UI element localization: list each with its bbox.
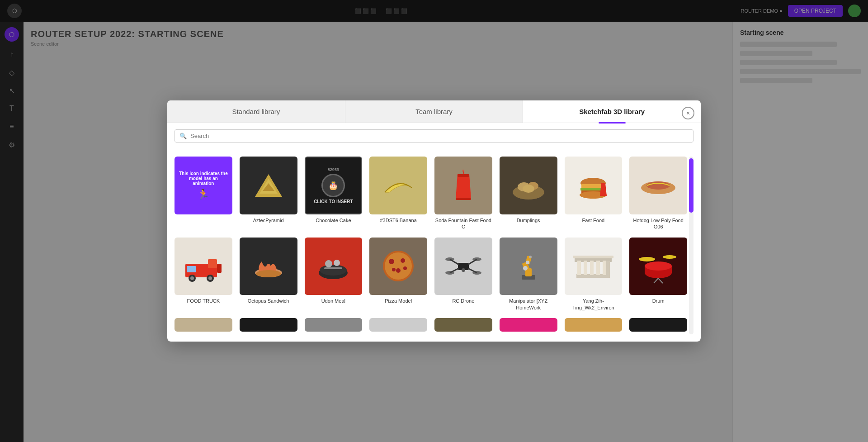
svg-point-30 (325, 260, 332, 267)
modal-grid: This icon indicates the model has an ani… (175, 157, 687, 334)
modal-grid-container[interactable]: This icon indicates the model has an ani… (167, 149, 701, 342)
modal-overlay: × Standard library Team library Sketchfa… (0, 0, 868, 442)
svg-point-27 (256, 270, 281, 277)
tab-standard-library[interactable]: Standard library (167, 100, 345, 123)
svg-point-36 (401, 258, 405, 263)
grid-item-aztec-pyramid[interactable]: AztecPyramid (240, 157, 297, 230)
scrollbar-track[interactable] (689, 157, 693, 334)
svg-line-72 (654, 278, 658, 283)
partial-thumb-8 (629, 318, 687, 332)
manipulator-svg (510, 248, 547, 284)
soda-fountain-thumb (434, 157, 492, 214)
partial-thumb-1 (175, 318, 232, 332)
grid-item-food-truck[interactable]: FOOD TRUCK (175, 238, 232, 311)
svg-point-45 (445, 257, 454, 261)
grid-item-drum[interactable]: Drum (629, 238, 687, 311)
banana-svg (380, 174, 416, 197)
grid-item-partial-8[interactable] (629, 318, 687, 334)
svg-rect-19 (208, 259, 217, 268)
svg-point-71 (663, 255, 676, 259)
svg-point-34 (385, 252, 412, 280)
grid-item-octopus-sandwich[interactable]: Octopus Sandwich (240, 238, 297, 311)
svg-point-46 (472, 257, 481, 261)
svg-point-69 (645, 261, 672, 271)
udon-meal-thumb (305, 238, 363, 295)
search-input-wrap: 🔍 (175, 129, 693, 143)
dumplings-svg (510, 170, 547, 201)
banana-thumb (369, 157, 427, 214)
octopus-sandwich-thumb (240, 238, 297, 295)
drum-svg (638, 248, 679, 284)
grid-item-partial-6[interactable] (500, 318, 557, 334)
hotdog-svg (638, 172, 679, 199)
svg-point-17 (646, 181, 670, 190)
rc-drone-label: RC Drone (452, 298, 474, 304)
hotdog-label: Hotdog Low Poly Food G06 (629, 217, 687, 230)
drum-label: Drum (652, 298, 665, 304)
partial-thumb-5 (434, 318, 492, 332)
svg-point-70 (639, 257, 655, 261)
grid-item-partial-3[interactable] (305, 318, 363, 334)
cake-circle: 🎂 (321, 174, 345, 197)
search-input[interactable] (190, 133, 689, 139)
svg-point-10 (523, 185, 534, 193)
svg-rect-61 (577, 261, 581, 275)
pizza-thumb (369, 238, 427, 295)
aztec-pyramid-thumb (240, 157, 297, 214)
yang-zih-label: Yang Zih-Ting_Wk2_Environ (565, 298, 623, 311)
grid-item-rc-drone[interactable]: RC Drone (434, 238, 492, 311)
grid-item-partial-7[interactable] (565, 318, 623, 334)
grid-item-yang-zih[interactable]: Yang Zih-Ting_Wk2_Environ (565, 238, 623, 311)
grid-item-soda-fountain[interactable]: Soda Fountain Fast Food C (434, 157, 492, 230)
scrollbar-thumb[interactable] (689, 158, 693, 213)
grid-item-fast-food[interactable]: Fast Food (565, 157, 623, 230)
tab-team-library[interactable]: Team library (345, 100, 524, 123)
svg-point-31 (334, 260, 340, 266)
grid-item-manipulator[interactable]: Manipulator [XYZ HomeWork (500, 238, 557, 311)
svg-point-56 (529, 256, 532, 258)
grid-item-hotdog[interactable]: Hotdog Low Poly Food G06 (629, 157, 687, 230)
grid-item-chocolate-cake[interactable]: 82959 🎂 CLICK TO INSERT Chocolate Cake (305, 157, 363, 230)
grid-item-udon-meal[interactable]: Udon Meal (305, 238, 363, 311)
partial-thumb-4 (369, 318, 427, 332)
yang-zih-thumb (565, 238, 623, 295)
svg-rect-60 (573, 256, 613, 258)
grid-item-animation-hint[interactable]: This icon indicates the model has an ani… (175, 157, 232, 230)
chocolate-cake-label: Chocolate Cake (316, 217, 351, 223)
grid-item-partial-4[interactable] (369, 318, 427, 334)
grid-item-pizza-model[interactable]: Pizza Model (369, 238, 427, 311)
soda-fountain-label: Soda Fountain Fast Food C (434, 217, 492, 230)
pizza-label: Pizza Model (385, 298, 412, 304)
food-truck-svg (183, 250, 224, 282)
partial-thumb-6 (500, 318, 557, 332)
grid-item-banana[interactable]: #3DST6 Banana (369, 157, 427, 230)
banana-label: #3DST6 Banana (380, 217, 416, 223)
svg-point-29 (320, 265, 347, 276)
svg-point-47 (445, 271, 454, 275)
grid-item-partial-2[interactable] (240, 318, 297, 334)
grid-item-dumplings[interactable]: Dumplings (500, 157, 557, 230)
octopus-sandwich-label: Octopus Sandwich (248, 298, 289, 304)
search-icon: 🔍 (179, 133, 187, 139)
svg-rect-66 (606, 261, 610, 275)
rc-drone-thumb (434, 238, 492, 295)
animation-hint-thumb: This icon indicates the model has an ani… (175, 157, 232, 214)
svg-point-35 (389, 259, 394, 264)
svg-point-37 (396, 268, 401, 273)
svg-rect-25 (217, 264, 222, 273)
svg-point-22 (190, 276, 194, 280)
grid-item-partial-5[interactable] (434, 318, 492, 334)
modal-tabs: Standard library Team library Sketchfab … (167, 100, 701, 123)
partial-thumb-3 (305, 318, 363, 332)
animation-hint-text: This icon indicates the model has an ani… (178, 171, 229, 186)
modal-close-button[interactable]: × (682, 107, 694, 119)
fast-food-svg (575, 170, 611, 201)
grid-item-partial-1[interactable] (175, 318, 232, 334)
manipulator-thumb (500, 238, 557, 295)
octopus-sandwich-svg (250, 250, 287, 282)
svg-point-49 (462, 268, 465, 272)
svg-point-39 (403, 266, 407, 270)
svg-point-24 (208, 276, 212, 280)
tab-sketchfab-library[interactable]: Sketchfab 3D library (523, 100, 701, 123)
modal-dialog: × Standard library Team library Sketchfa… (167, 100, 701, 342)
